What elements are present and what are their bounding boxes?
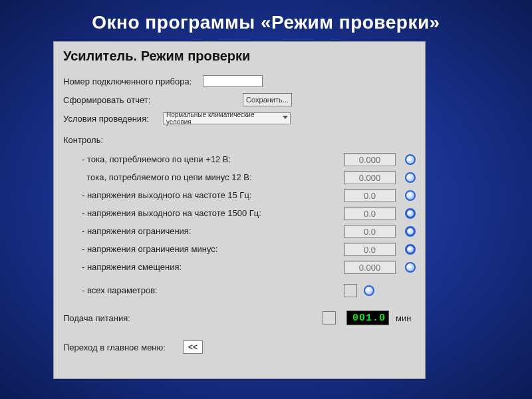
- all-params-row: - всех параметров:: [63, 281, 416, 299]
- value-box: 0.0: [344, 225, 396, 238]
- control-label: - напряжения ограничения:: [63, 226, 283, 236]
- back-button[interactable]: <<: [183, 340, 203, 354]
- control-label: тока, потребляемого по цепи минус 12 В:: [63, 172, 283, 182]
- save-button[interactable]: Сохранить...: [243, 93, 292, 106]
- conditions-selected-text: Нормальные климатические условия: [166, 111, 281, 126]
- report-label: Сформировать отчет:: [63, 95, 243, 105]
- led-icon: [405, 244, 416, 255]
- control-label: - напряжения выходного на частоте 15 Гц:: [63, 190, 283, 200]
- control-label: - напряжения смещения:: [63, 262, 283, 272]
- control-row: - напряжения ограничения: 0.0: [63, 222, 416, 240]
- control-label: - напряжения ограничения минус:: [63, 244, 283, 254]
- led-icon: [405, 226, 416, 237]
- chevron-down-icon: [283, 116, 288, 119]
- power-toggle-button[interactable]: [323, 311, 336, 325]
- power-unit: мин: [396, 313, 411, 323]
- device-number-input[interactable]: [203, 75, 263, 87]
- slide-title: Окно программы «Режим проверки»: [0, 0, 532, 43]
- back-row: Переход в главное меню: <<: [63, 339, 416, 355]
- value-box: 0.0: [344, 243, 396, 256]
- value-box: 0.000: [344, 153, 396, 166]
- back-label: Переход в главное меню:: [63, 342, 183, 352]
- control-row: - напряжения ограничения минус: 0.0: [63, 240, 416, 258]
- all-params-button[interactable]: [344, 284, 357, 297]
- power-label: Подача питания:: [63, 313, 283, 323]
- panel-title: Усилитель. Режим проверки: [63, 49, 416, 64]
- led-icon: [405, 262, 416, 273]
- conditions-row: Условия проведения: Нормальные климатиче…: [63, 110, 416, 126]
- device-number-label: Номер подключенного прибора:: [63, 76, 203, 86]
- control-list: - тока, потребляемого по цепи +12 В: 0.0…: [63, 150, 416, 299]
- led-icon: [405, 172, 416, 183]
- value-box: 0.000: [344, 171, 396, 184]
- value-box: 0.0: [344, 207, 396, 220]
- control-header-row: Контроль:: [63, 132, 416, 148]
- conditions-label: Условия проведения:: [63, 114, 163, 124]
- led-icon: [405, 190, 416, 201]
- control-row: - напряжения выходного на частоте 1500 Г…: [63, 204, 416, 222]
- control-row: - тока, потребляемого по цепи +12 В: 0.0…: [63, 150, 416, 168]
- device-number-row: Номер подключенного прибора:: [63, 73, 416, 89]
- value-box: 0.0: [344, 189, 396, 202]
- control-label: - тока, потребляемого по цепи +12 В:: [63, 154, 283, 164]
- control-label: - напряжения выходного на частоте 1500 Г…: [63, 208, 283, 218]
- conditions-select[interactable]: Нормальные климатические условия: [163, 112, 291, 124]
- led-icon: [405, 208, 416, 219]
- power-row: Подача питания: 001.0 мин: [63, 309, 416, 327]
- led-icon: [364, 285, 374, 296]
- report-row: Сформировать отчет: Сохранить...: [63, 92, 416, 108]
- app-panel: Усилитель. Режим проверки Номер подключе…: [53, 41, 426, 379]
- value-box: 0.000: [344, 261, 396, 274]
- control-header-label: Контроль:: [63, 135, 103, 145]
- control-row: - напряжения выходного на частоте 15 Гц:…: [63, 186, 416, 204]
- power-digital-display: 001.0: [346, 311, 389, 325]
- all-params-label: - всех параметров:: [63, 285, 283, 295]
- led-icon: [405, 154, 416, 165]
- control-row: - напряжения смещения: 0.000: [63, 258, 416, 276]
- control-row: тока, потребляемого по цепи минус 12 В: …: [63, 168, 416, 186]
